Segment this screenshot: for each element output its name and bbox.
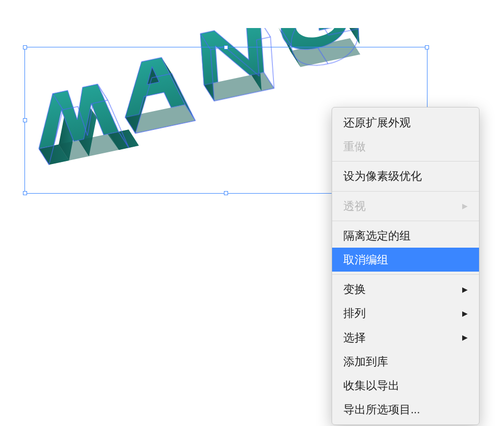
selection-handle-middle-left[interactable] bbox=[23, 118, 27, 122]
menu-item-label: 隔离选定的组 bbox=[343, 227, 411, 245]
menu-item-label: 还原扩展外观 bbox=[343, 114, 411, 131]
selection-handle-top-right[interactable] bbox=[425, 45, 429, 49]
selection-handle-bottom-middle[interactable] bbox=[224, 191, 228, 195]
menu-item-label: 导出所选项目... bbox=[343, 401, 420, 418]
context-menu: 还原扩展外观重做设为像素级优化透视▶隔离选定的组取消编组变换▶排列▶选择▶添加到… bbox=[332, 107, 480, 425]
menu-item-10[interactable]: 收集以导出 bbox=[332, 374, 479, 397]
menu-item-label: 添加到库 bbox=[343, 353, 388, 370]
menu-item-5[interactable]: 取消编组 bbox=[332, 248, 479, 272]
selection-handle-top-middle[interactable] bbox=[224, 45, 228, 49]
selection-handle-bottom-left[interactable] bbox=[23, 191, 27, 195]
menu-item-label: 重做 bbox=[343, 138, 366, 155]
menu-item-3: 透视▶ bbox=[332, 194, 479, 218]
menu-item-7[interactable]: 排列▶ bbox=[332, 301, 479, 325]
menu-item-label: 收集以导出 bbox=[343, 377, 399, 394]
menu-separator bbox=[332, 274, 479, 275]
submenu-arrow-icon: ▶ bbox=[462, 284, 468, 295]
menu-item-label: 取消编组 bbox=[343, 251, 388, 269]
menu-item-label: 排列 bbox=[343, 304, 366, 322]
menu-item-label: 变换 bbox=[343, 280, 366, 298]
menu-item-label: 选择 bbox=[343, 329, 366, 347]
submenu-arrow-icon: ▶ bbox=[462, 308, 468, 319]
menu-item-0[interactable]: 还原扩展外观 bbox=[332, 111, 479, 135]
menu-separator bbox=[332, 221, 479, 221]
submenu-arrow-icon: ▶ bbox=[462, 200, 468, 211]
selection-handle-top-left[interactable] bbox=[23, 45, 27, 49]
menu-separator bbox=[332, 161, 479, 162]
menu-item-2[interactable]: 设为像素级优化 bbox=[332, 164, 479, 188]
menu-item-4[interactable]: 隔离选定的组 bbox=[332, 224, 479, 248]
submenu-arrow-icon: ▶ bbox=[462, 332, 468, 343]
menu-item-1: 重做 bbox=[332, 135, 479, 158]
menu-item-11[interactable]: 导出所选项目... bbox=[332, 397, 479, 421]
menu-item-label: 设为像素级优化 bbox=[343, 167, 422, 185]
menu-item-8[interactable]: 选择▶ bbox=[332, 326, 479, 350]
canvas-area[interactable]: 还原扩展外观重做设为像素级优化透视▶隔离选定的组取消编组变换▶排列▶选择▶添加到… bbox=[0, 0, 504, 426]
menu-item-label: 透视 bbox=[343, 197, 366, 215]
menu-item-6[interactable]: 变换▶ bbox=[332, 277, 479, 301]
menu-separator bbox=[332, 191, 479, 192]
menu-item-9[interactable]: 添加到库 bbox=[332, 350, 479, 374]
